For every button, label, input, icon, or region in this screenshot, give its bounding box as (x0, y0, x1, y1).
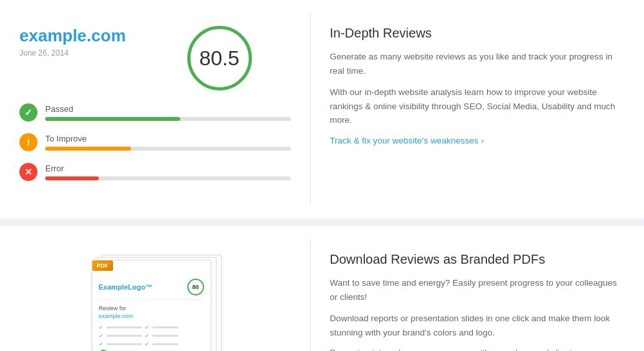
feature-desc2-bottom: Download reports or presentation slides … (330, 312, 625, 339)
left-top-row: example.com June 26, 2014 80.5 (19, 26, 291, 90)
pdf-stack: PDF ExampleLogo™ 80 Review for example.c… (90, 252, 220, 351)
separator (0, 218, 644, 226)
pdf-check-4: ✓ (145, 333, 150, 339)
improve-icon: ! (19, 133, 37, 151)
pdf-bar-1b (152, 326, 178, 328)
error-label: Error (45, 164, 291, 173)
error-content: Error (45, 164, 291, 180)
pdf-check-6: ✓ (145, 341, 150, 347)
metric-improve: ! To Improve (19, 133, 291, 151)
pdf-review-text: Review for (99, 305, 204, 312)
pdf-check-1: ✓ (99, 324, 104, 330)
pdf-row-1: ✓ ✓ (99, 324, 204, 330)
metric-error: ✕ Error (19, 163, 291, 181)
error-bar-fill (45, 176, 99, 180)
improve-bar-bg (45, 147, 291, 151)
feature-desc2-top: With our in-depth website analysis learn… (330, 85, 625, 127)
pdf-bar-3a (107, 343, 142, 345)
top-section: example.com June 26, 2014 80.5 ✓ Passed (0, 0, 644, 218)
pdf-bar-1a (107, 326, 142, 328)
feature-title-bottom: Download Reviews as Branded PDFs (330, 252, 625, 267)
pdf-logo: ExampleLogo™ (99, 283, 152, 291)
pdf-check-5: ✓ (99, 341, 104, 347)
bottom-section: PDF ExampleLogo™ 80 Review for example.c… (0, 226, 644, 351)
improve-content: To Improve (45, 134, 291, 151)
passed-icon: ✓ (19, 103, 37, 122)
improve-label: To Improve (45, 134, 291, 144)
pdf-score: 80 (187, 279, 204, 295)
pdf-bar-3b (152, 343, 178, 345)
pdf-header: ExampleLogo™ 80 (99, 279, 204, 300)
site-date: June 26, 2014 (19, 48, 187, 58)
pdf-badge: PDF (92, 261, 113, 271)
pdf-bar-2a (107, 335, 142, 337)
pdf-check-3: ✓ (99, 333, 104, 339)
feature-desc1-top: Generate as many website reviews as you … (330, 50, 625, 78)
error-bar-bg (45, 176, 291, 180)
pdf-site-link: example.com (99, 313, 204, 319)
right-panel-top: In-Depth Reviews Generate as many websit… (311, 13, 644, 206)
feature-desc1-bottom: Want to save time and energy? Easily pre… (330, 276, 625, 304)
passed-label: Passed (45, 104, 291, 114)
pdf-row-3: ✓ ✓ (99, 341, 204, 347)
pdf-bar-2b (152, 335, 178, 337)
site-info: example.com June 26, 2014 (19, 26, 187, 70)
site-title: example.com (19, 26, 187, 46)
passed-bar-bg (45, 117, 291, 121)
pdf-row-2: ✓ ✓ (99, 333, 204, 339)
pdf-check-2: ✓ (145, 324, 150, 330)
improve-bar-fill (45, 147, 131, 151)
passed-content: Passed (45, 104, 291, 121)
metric-passed: ✓ Passed (19, 103, 291, 122)
score-value: 80.5 (199, 47, 239, 70)
feature-link-top[interactable]: Track & fix your website's weaknesses › (330, 136, 484, 145)
pdf-page-front: PDF ExampleLogo™ 80 Review for example.c… (92, 260, 211, 351)
left-panel-top: example.com June 26, 2014 80.5 ✓ Passed (0, 13, 310, 206)
metrics-list: ✓ Passed ! To Improve (19, 103, 291, 193)
pdf-preview-container: PDF ExampleLogo™ 80 Review for example.c… (0, 239, 310, 351)
score-circle: 80.5 (187, 26, 252, 90)
error-icon: ✕ (19, 163, 37, 181)
feature-link-bottom[interactable]: Present, print or share your progress wi… (330, 348, 581, 351)
passed-bar-fill (45, 117, 180, 121)
right-panel-bottom: Download Reviews as Branded PDFs Want to… (311, 239, 644, 351)
feature-title-top: In-Depth Reviews (330, 26, 625, 41)
